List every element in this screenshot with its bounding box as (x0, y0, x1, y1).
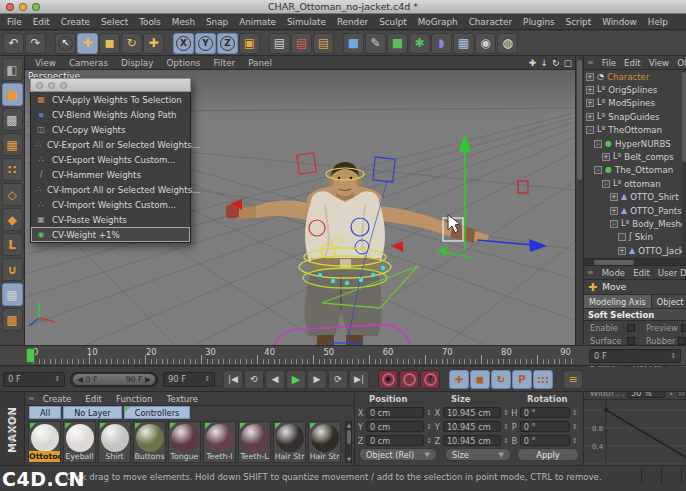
expand-icon[interactable]: + (610, 207, 618, 215)
keyframe-button[interactable]: P (512, 370, 532, 389)
rotate-tool-button[interactable]: ↻ (121, 33, 142, 54)
expand-icon[interactable]: + (610, 193, 618, 201)
mode-button[interactable]: ◆ (2, 208, 23, 231)
expand-icon[interactable]: + (586, 113, 594, 121)
coord-mode-dropdown[interactable]: Object (Rel)▼ (359, 448, 437, 461)
draw-spline-button[interactable]: ✎ (365, 33, 386, 54)
menu-item[interactable]: Script (566, 17, 592, 27)
material-thumbnail[interactable]: Ottotoo (28, 421, 61, 463)
undo-button[interactable]: ↶ (3, 33, 24, 54)
material-menu-item[interactable]: Edit (85, 394, 102, 404)
object-name[interactable]: ottoman (624, 179, 660, 189)
menu-item[interactable]: Snap (206, 17, 228, 27)
object-name[interactable]: OrigSplines (608, 85, 657, 95)
timeline-playhead[interactable] (26, 348, 35, 363)
attr-menu-item[interactable]: Mode (602, 268, 625, 278)
rotation-field[interactable]: 0 ° (520, 435, 570, 446)
material-thumbnail[interactable]: Tongue (168, 421, 201, 463)
keyframe-selection-button[interactable]: ≡ (563, 370, 583, 389)
toolbar-button[interactable] (261, 33, 268, 54)
material-menu-item[interactable]: Texture (166, 394, 197, 404)
material-thumbnail[interactable]: Teeth-L (238, 421, 271, 463)
move-tool-button[interactable]: ✚ (77, 33, 98, 54)
attr-menu-item[interactable]: User Data (658, 268, 686, 278)
material-thumbnail[interactable]: Eyeball (63, 421, 96, 463)
menu-item[interactable]: Select (101, 17, 128, 27)
mode-button[interactable]: ▩ (2, 108, 23, 131)
record-button[interactable]: ? (420, 370, 440, 389)
menu-item[interactable]: Help (648, 17, 668, 27)
record-button[interactable] (399, 370, 419, 389)
apply-button[interactable]: Apply (517, 448, 579, 461)
enable-checkbox[interactable] (627, 324, 635, 332)
end-frame-field[interactable]: 90 F↕ (163, 372, 215, 387)
expand-icon[interactable]: + (586, 73, 594, 81)
keyframe-button[interactable]: ✚ (449, 370, 469, 389)
attr-menu-item[interactable]: Edit (633, 268, 650, 278)
object-name[interactable]: Character (607, 72, 649, 82)
expand-icon[interactable]: - (594, 166, 602, 174)
om-menu-item[interactable]: View (649, 58, 669, 68)
palette-command[interactable]: ∴ CV-Export All or Selected Weights... (31, 137, 190, 152)
object-tree-row[interactable]: + Lº SnapGuides (584, 110, 686, 123)
menu-item[interactable]: Edit (33, 17, 50, 27)
add-hypernurbs-button[interactable]: ■ (387, 33, 408, 54)
viewport-menu-item[interactable]: Cameras (69, 58, 108, 68)
size-stepper[interactable]: ↕ (503, 437, 509, 445)
mode-button[interactable]: ∷ (2, 158, 23, 181)
menu-item[interactable]: MoGraph (418, 17, 458, 27)
object-name[interactable]: Skin (635, 232, 653, 242)
preview-range-slider[interactable]: ◀ 0 F 90 F ▶ (70, 372, 158, 387)
palette-command[interactable]: ▦ CV-Apply Weights To Selection (31, 92, 190, 107)
material-thumbnail[interactable]: Teeth-I (203, 421, 236, 463)
object-tree-row[interactable]: ʃ Skin (584, 231, 686, 244)
transport-button[interactable]: ◀ (265, 370, 285, 389)
menu-item[interactable]: Tools (139, 17, 161, 27)
menu-item[interactable]: Animate (239, 17, 276, 27)
expand-icon[interactable]: + (602, 153, 610, 161)
menu-item[interactable]: Mesh (172, 17, 195, 27)
attribute-tab[interactable]: Object Axis (652, 295, 686, 308)
add-light-button[interactable]: ◍ (497, 33, 518, 54)
rotation-stepper[interactable]: ↕ (572, 437, 578, 445)
material-thumbnail[interactable]: Hair Str (273, 421, 306, 463)
mode-button[interactable]: ▦ (2, 133, 23, 156)
keyframe-button[interactable]: ↻ (491, 370, 511, 389)
transport-button[interactable]: |◀ (223, 370, 243, 389)
toolbar-button[interactable] (335, 33, 342, 54)
object-tree-row[interactable]: + ▲ OTTO_Jacket (584, 244, 686, 257)
expand-icon[interactable]: - (602, 180, 610, 188)
object-tree-row[interactable]: + ▲ OTTO_Pants (584, 204, 686, 217)
scale-tool-button[interactable]: ◼ (99, 33, 120, 54)
palette-command[interactable]: ∴ CV-Export Weights Custom... (31, 152, 190, 167)
panel-menu-icon[interactable]: ≡ (587, 58, 594, 67)
rotation-field[interactable]: 0 ° (520, 407, 570, 418)
mode-button[interactable]: ▩ (2, 308, 23, 331)
position-stepper[interactable]: ↕ (426, 423, 432, 431)
object-name[interactable]: The_Ottoman (615, 165, 673, 175)
transport-button[interactable]: ▶| (349, 370, 369, 389)
material-thumbnail[interactable]: Shirt (98, 421, 131, 463)
soft-selection-header[interactable]: Soft Selection (584, 308, 686, 321)
move-camera-icon[interactable]: ✚ (529, 58, 537, 68)
palette-title-bar[interactable] (30, 78, 191, 92)
palette-command[interactable]: ▪ CV-Blend Weights Along Path (31, 107, 190, 122)
add-deformer-button[interactable]: ◗ (431, 33, 452, 54)
rotation-field[interactable]: 0 ° (520, 421, 570, 432)
menu-item[interactable]: Character (469, 17, 512, 27)
size-stepper[interactable]: ↕ (503, 409, 509, 417)
coordinate-system-button[interactable]: ▣ (239, 33, 260, 54)
object-tree-row[interactable]: + ◔ Character (584, 70, 686, 83)
object-name[interactable]: TheOttoman (608, 125, 662, 135)
object-name[interactable]: SnapGuides (608, 112, 659, 122)
mode-button[interactable]: ◧ (2, 58, 23, 81)
transport-button[interactable]: ▶ (286, 370, 306, 389)
menu-item[interactable]: Simulate (287, 17, 326, 27)
object-name[interactable]: OTTO_Shirt (630, 192, 678, 202)
add-cloner-button[interactable]: ✱ (409, 33, 430, 54)
panel-menu-icon[interactable]: ≡ (28, 394, 35, 403)
object-name[interactable]: ModSpines (608, 98, 655, 108)
timeline-ruler[interactable]: 0102030405060708090 0 F↕ (0, 345, 686, 366)
position-field[interactable]: 0 cm (366, 435, 424, 446)
preview-checkbox[interactable] (681, 324, 686, 332)
